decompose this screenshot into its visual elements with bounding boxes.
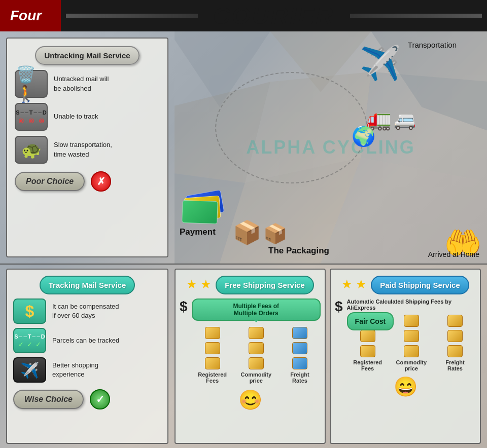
wise-choice-btn[interactable]: Wise Choice	[13, 390, 84, 409]
feature-shopping: ✈️ Better shoppingexperience	[13, 357, 161, 383]
dollar-sign-right: $	[335, 298, 343, 315]
packaging-label: The Packaging	[268, 246, 329, 256]
no-track-icon-box: S ─ ─ T ─ ─ D ⊗ ⊗ ⊗	[15, 103, 48, 131]
header-line-right	[350, 14, 482, 18]
paid-coin-3	[434, 315, 476, 327]
paid-shipping-header: ★ ★ Paid Shipping Service	[335, 276, 476, 294]
airplane-visual: ✈️	[360, 44, 401, 83]
dollar-sign-mid: $	[180, 298, 188, 315]
bottom-section: Tracking Mail Service $ It can be compen…	[0, 265, 487, 448]
paid-shipping-col-labels: RegisteredFees Commodityprice FreightRat…	[347, 359, 476, 371]
poor-choice-row: Poor Choice ✗	[15, 171, 160, 192]
paid-star1: ★	[341, 277, 353, 291]
airplane-box-icon: ✈️	[13, 357, 46, 383]
paid-col-freight: FreightRates	[434, 359, 476, 371]
shopping-text: Better shoppingexperience	[52, 361, 98, 379]
coin-pile-3	[279, 327, 321, 339]
coin-pile-9	[279, 356, 321, 369]
paid-coin-g4	[360, 330, 375, 342]
boxes-icon: 📦	[233, 219, 261, 245]
paid-coin-g3	[447, 315, 463, 327]
paid-coin-8	[390, 344, 432, 357]
plane-icon: ✈️	[20, 361, 39, 379]
coin-gold-1	[205, 327, 220, 339]
paid-coin-g9	[447, 345, 463, 357]
payment-text: Payment	[180, 227, 216, 237]
dollar-sign-icon: $	[25, 302, 34, 321]
fair-cost-label: Fair Cost	[347, 312, 394, 330]
content-area: Untracking Mail Service 🗑️🚶 Untracked ma…	[0, 31, 487, 448]
emoji-icon: 😊	[238, 389, 262, 410]
turtle-icon: 🐢	[21, 140, 42, 160]
poor-choice-btn[interactable]: Poor Choice	[15, 172, 85, 191]
free-shipping-emoji: 😊	[180, 389, 321, 411]
wise-choice-row: Wise Choice ✓	[13, 389, 161, 409]
paid-shipping-stars: ★ ★	[341, 277, 367, 291]
coin-pile-5	[235, 341, 277, 354]
header-four-label: Four	[0, 0, 61, 31]
airplane-icon: ✈️	[360, 45, 401, 82]
untracking-panel: Untracking Mail Service 🗑️🚶 Untracked ma…	[6, 38, 168, 257]
auto-calc-text: Automatic Calculated Shipping Fees byAli…	[347, 298, 476, 311]
header: Four COURIER	[0, 0, 487, 31]
compensated-text: It can be compensatedif over 60 days	[52, 302, 119, 320]
paid-coin-5	[390, 328, 432, 342]
coin-pile-4	[192, 341, 234, 354]
free-shipping-stars: ★ ★	[186, 277, 212, 291]
globe-icon: 🌍	[352, 126, 375, 147]
coin-pile-2	[235, 327, 277, 339]
coin-pile-6	[279, 341, 321, 354]
paid-coin-7	[347, 344, 389, 357]
header-line-left	[66, 14, 198, 18]
paid-shipping-panel: ★ ★ Paid Shipping Service $ Automatic Ca…	[330, 269, 481, 444]
paid-coin-g5	[404, 330, 419, 342]
dollar-icon-box: $	[13, 298, 46, 324]
boxes2-icon: 📦	[263, 223, 287, 244]
circular-path	[215, 72, 367, 183]
coin-blue-3	[292, 357, 307, 369]
feature-no-track: S ─ ─ T ─ ─ D ⊗ ⊗ ⊗	[15, 103, 160, 131]
untracking-title: Untracking Mail Service	[35, 46, 139, 65]
credit-cards-visual	[182, 193, 228, 231]
visual-panel: ALPHA CYCLING ✈️ 🚛	[175, 31, 487, 264]
free-shipping-title: Free Shipping Service	[216, 276, 314, 294]
track-no-icon: S ─ ─ T ─ ─ D ⊗ ⊗ ⊗	[16, 109, 47, 125]
globe-visual: 🌍	[352, 125, 375, 147]
feature-slow: 🐢 Slow transportation,time wasted	[15, 136, 160, 164]
feature-compensated: $ It can be compensatedif over 60 days	[13, 298, 161, 324]
star1: ★	[186, 277, 197, 291]
van-icon: 🚐	[394, 110, 416, 130]
bad-choice-icon: ✗	[91, 171, 111, 192]
payment-label: Payment	[180, 227, 216, 237]
coin-pile-7	[192, 356, 234, 369]
main-content: Untracking Mail Service 🗑️🚶 Untracked ma…	[0, 31, 487, 448]
transportation-text: Transportation	[408, 41, 457, 49]
four-label: Four	[10, 8, 42, 24]
slow-text: Slow transportation,time wasted	[54, 140, 112, 159]
arrived-text: Arrived at Home	[428, 250, 479, 258]
coin-gold-5	[205, 357, 220, 369]
fair-cost-bubble: Fair Cost	[347, 312, 394, 330]
free-shipping-col-labels: RegisteredFees Commodityprice FreightRat…	[192, 371, 321, 384]
tracking-title: Tracking Mail Service	[40, 276, 135, 294]
coin-blue-2	[292, 342, 307, 354]
col-freight: FreightRates	[279, 371, 321, 384]
col-commodity: Commodityprice	[235, 371, 277, 384]
good-choice-icon: ✓	[90, 389, 110, 409]
paid-coin-2	[390, 315, 432, 327]
coin-pile-8	[235, 356, 277, 369]
transportation-label: Transportation	[408, 41, 457, 50]
track-yes-icon-box: S ─ ─ T ─ ─ D ✓ ✓ ✓	[13, 328, 46, 353]
paid-col-registered: RegisteredFees	[347, 359, 389, 371]
paid-coin-g2	[404, 315, 419, 327]
paid-coin-4	[347, 328, 389, 342]
coin-gold-2	[249, 327, 264, 339]
coin-gold-4	[249, 342, 264, 354]
turtle-icon-box: 🐢	[15, 136, 48, 164]
paid-coin-6	[434, 328, 476, 342]
paid-shipping-title: Paid Shipping Service	[371, 276, 469, 294]
packaging-text: The Packaging	[268, 246, 329, 255]
paid-shipping-emoji: 😄	[335, 376, 476, 398]
abolished-text: Untracked mail willbe abolished	[54, 74, 109, 93]
track-yes-icon: S ─ ─ T ─ ─ D ✓ ✓ ✓	[14, 333, 45, 348]
